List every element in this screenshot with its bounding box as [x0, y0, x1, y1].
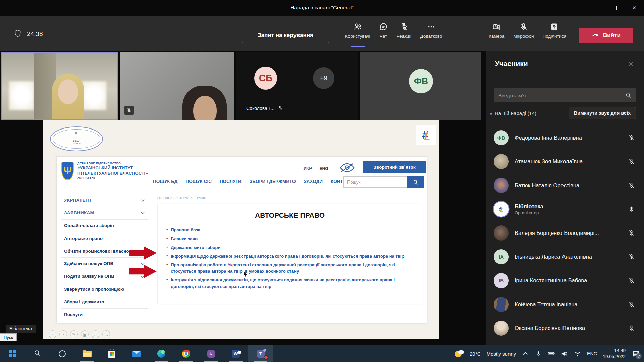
clock[interactable]: 14:49 19.05.2022: [603, 348, 626, 359]
taskbar-apps: W T: [0, 345, 273, 362]
participant-row[interactable]: Батюк Наталія Орестівна: [486, 173, 644, 197]
section-chevron-icon[interactable]: ▼: [489, 112, 493, 116]
mic-off-icon[interactable]: [628, 182, 635, 189]
share-button[interactable]: Поділитися: [538, 19, 571, 48]
presenter-toolbar: ‹›✎▣⌕…: [49, 330, 110, 338]
minimize-button[interactable]: [586, 0, 605, 16]
tab-chat[interactable]: Чат: [375, 19, 392, 48]
leave-button[interactable]: Вийти: [579, 28, 633, 43]
content-link-item[interactable]: • Про організацію роботи в Укрпатенті ст…: [166, 262, 413, 274]
weather-description[interactable]: Mostly sunny: [487, 351, 516, 357]
presenter-prev-button[interactable]: ‹: [49, 330, 56, 338]
mute-all-button[interactable]: Вимкнути звук для всіх: [569, 107, 636, 119]
participant-row[interactable]: Оксана Борисівна Петінова: [486, 316, 644, 340]
microphone-button[interactable]: Мікрофон: [509, 19, 538, 48]
presenter-highlight-button[interactable]: ▣: [81, 330, 89, 338]
taskbar-app-teams[interactable]: T: [248, 345, 273, 362]
presenter-next-button[interactable]: ›: [59, 330, 67, 338]
mic-off-icon[interactable]: [628, 253, 635, 261]
camera-button[interactable]: Камера: [484, 19, 509, 48]
panel-close-button[interactable]: [628, 61, 635, 67]
speaker-icon[interactable]: [561, 350, 568, 357]
taskbar-app-edge[interactable]: [149, 345, 174, 362]
mic-off-icon[interactable]: [628, 277, 635, 285]
site-search-button[interactable]: [407, 176, 424, 188]
site-menu-item[interactable]: Послуги: [61, 309, 148, 321]
weather-temp[interactable]: 20°C: [470, 351, 481, 357]
site-menu-item[interactable]: ЗАЯВНИКАМ: [61, 207, 148, 220]
notification-center-icon[interactable]: 7: [631, 349, 640, 358]
participant-row[interactable]: ІАІльницька Лариса Анатоліївна: [486, 245, 644, 269]
taskbar-app-mail[interactable]: [124, 345, 149, 362]
mic-on-icon[interactable]: [628, 206, 635, 213]
site-nav-item[interactable]: ПОШУК БД: [153, 179, 177, 184]
avatar-tile-group[interactable]: СБ +9 Соколова Г...: [236, 52, 358, 120]
battery-icon[interactable]: [548, 350, 555, 357]
link-text: Інформація щодо державної реєстрації авт…: [171, 253, 404, 259]
avatar-tile[interactable]: ФВ: [360, 52, 481, 120]
mic-off-icon[interactable]: [628, 158, 635, 165]
lang-ukr[interactable]: УКР: [303, 166, 312, 171]
taskbar-app-explorer[interactable]: [74, 345, 99, 362]
participant-search-input[interactable]: [494, 88, 636, 102]
presenter-draw-button[interactable]: ✎: [70, 330, 78, 338]
site-nav-item[interactable]: ПОСЛУГИ: [220, 179, 241, 184]
taskbar-app-chrome[interactable]: [174, 345, 199, 362]
mic-off-icon[interactable]: [628, 134, 635, 142]
participant-name: Койчева Тетяна Іванівна: [515, 301, 624, 308]
search-icon[interactable]: [625, 92, 632, 99]
site-menu-item[interactable]: Авторське право: [61, 232, 148, 245]
tab-participants[interactable]: Користувачі: [341, 19, 375, 48]
participant-row[interactable]: Койчева Тетяна Іванівна: [486, 293, 644, 316]
menu-item-label: Звернутися з пропозицією: [64, 287, 124, 292]
participant-name: Федорова Інна Валеріївна: [515, 135, 624, 141]
mic-off-icon[interactable]: [628, 229, 635, 237]
shared-screen: 1817 ОДЕСА # L Ψ ДЕРЖАВНЕ ПІДПРИЄМСТВО «…: [43, 120, 439, 339]
weather-icon[interactable]: [455, 349, 464, 358]
site-nav-item[interactable]: ПОШУК СІС: [185, 179, 211, 184]
accessibility-eye-icon[interactable]: [339, 163, 355, 173]
participant-row[interactable]: Атаманюк Зоя Миколаївна: [486, 150, 644, 173]
tab-reactions[interactable]: Реакції: [392, 19, 416, 48]
presenter-more-button[interactable]: …: [102, 330, 110, 338]
video-tile-active-speaker[interactable]: [1, 52, 118, 120]
content-link-item[interactable]: • Інструкція з підписання документів, що…: [166, 277, 413, 290]
site-menu-item[interactable]: Збори і держмито: [61, 296, 148, 309]
taskbar-app-word[interactable]: W: [223, 345, 248, 362]
taskbar-app-viber[interactable]: [199, 345, 223, 362]
hidden-icons-chevron-icon[interactable]: [522, 350, 529, 357]
video-tile[interactable]: [120, 52, 234, 120]
content-link-item[interactable]: • Державне мито і збори: [166, 244, 413, 251]
participant-row[interactable]: #LБібліотекаОрганізатор: [486, 197, 644, 221]
content-link-item[interactable]: • Правова база: [166, 227, 413, 233]
bullet: •: [166, 227, 168, 233]
mic-off-icon[interactable]: [628, 325, 635, 332]
language-indicator[interactable]: ENG: [587, 351, 597, 356]
content-link-item[interactable]: • Бланки заяв: [166, 236, 413, 242]
participant-row[interactable]: ІБІрина Костянтинівна Бабова: [486, 269, 644, 293]
taskbar-app-start[interactable]: [0, 345, 25, 362]
mic-off-icon[interactable]: [628, 301, 635, 308]
taskbar-app-search[interactable]: [25, 345, 50, 362]
site-nav-item[interactable]: ЗАХОДИ: [304, 179, 323, 184]
maximize-button[interactable]: [605, 0, 625, 16]
site-menu-item[interactable]: Онлайн-сплата зборів: [61, 220, 148, 232]
taskbar-app-cortana[interactable]: [50, 345, 74, 362]
participant-row[interactable]: Валерія Борщенко Володимирі...: [486, 221, 644, 245]
site-search-input[interactable]: [343, 176, 407, 188]
lang-eng[interactable]: ENG: [320, 166, 328, 171]
tab-label: Користувачі: [345, 34, 370, 39]
content-link-item[interactable]: • Інформація щодо державної реєстрації а…: [166, 253, 413, 259]
site-nav-item[interactable]: ЗБОРИ І ДЕРЖМИТО: [250, 179, 296, 184]
feedback-button[interactable]: Зворотний зв`язок: [363, 161, 426, 173]
participant-row[interactable]: ФВФедорова Інна Валеріївна: [486, 126, 644, 150]
tab-more[interactable]: Додатково: [416, 19, 446, 48]
tray-mic-icon[interactable]: [535, 350, 542, 357]
site-menu-item[interactable]: УКРПАТЕНТ: [61, 194, 148, 207]
close-button[interactable]: ✕: [625, 0, 644, 16]
site-menu-item[interactable]: Звернутися з пропозицією: [61, 283, 148, 296]
presenter-zoom-button[interactable]: ⌕: [92, 330, 99, 338]
wifi-icon[interactable]: [574, 350, 581, 357]
taskbar-app-store[interactable]: [99, 345, 124, 362]
request-control-button[interactable]: Запит на керування: [241, 28, 329, 43]
